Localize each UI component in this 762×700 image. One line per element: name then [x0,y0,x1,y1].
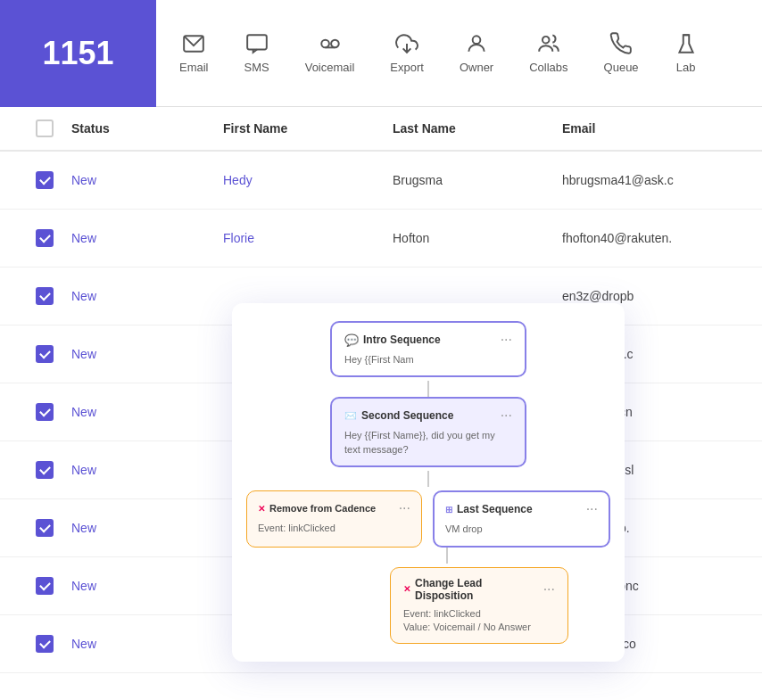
flow-node-remove-body: Event: linkClicked [258,522,410,535]
flow-node-second-title: ✉️ Second Sequence [344,409,453,422]
export-icon [395,32,418,55]
row-firstname-1[interactable]: Florie [223,231,393,245]
flow-node-second-header: ✉️ Second Sequence ··· [344,408,512,424]
node-menu-dots-4[interactable]: ··· [586,501,598,517]
row-status-0[interactable]: New [71,173,223,187]
voicemail-icon [319,32,342,55]
row-lastname-0: Brugsma [393,173,562,187]
table-row: New Florie Hofton fhofton40@rakuten. [0,210,762,268]
nav-sms[interactable]: SMS [230,0,284,106]
row-status-4[interactable]: New [71,405,223,419]
flow-node-last[interactable]: ⊞ Last Sequence ··· VM drop [433,490,610,547]
col-status: Status [71,121,223,136]
collabs-icon [537,32,560,55]
header-badge: 1151 [0,0,156,107]
row-status-6[interactable]: New [71,521,223,535]
row-checkbox-8[interactable] [18,635,71,653]
row-status-3[interactable]: New [71,347,223,361]
row-status-8[interactable]: New [71,637,223,651]
node-menu-dots-3[interactable]: ··· [399,500,410,516]
row-checkbox-5[interactable] [18,461,71,479]
svg-point-7 [543,37,550,44]
table-row: New Hedy Brugsma hbrugsma41@ask.c [0,152,762,210]
row-email-2: en3z@dropb [562,289,762,303]
flow-overlay-panel: 💬 Intro Sequence ··· Hey {{First Nam ✉️ … [232,303,625,662]
lab-icon [675,32,698,55]
row-checkbox-7[interactable] [18,577,71,595]
flow-node-change[interactable]: ✕ Change Lead Disposition ··· Event: lin… [390,567,568,645]
col-firstname: First Name [223,121,393,136]
nav-items: Email SMS Voicemail Export [156,0,721,106]
connector-line-3 [446,548,448,564]
col-email: Email [562,121,762,136]
row-checkbox-6[interactable] [18,519,71,537]
nav-queue[interactable]: Queue [590,0,653,106]
nav-owner[interactable]: Owner [445,0,508,106]
nav-export[interactable]: Export [376,0,438,106]
flow-node-remove[interactable]: ✕ Remove from Cadence ··· Event: linkCli… [246,490,422,547]
x-icon: ✕ [258,504,265,514]
row-checkbox-2[interactable] [18,287,71,305]
row-email-0: hbrugsma41@ask.c [562,173,762,187]
flow-node-second[interactable]: ✉️ Second Sequence ··· Hey {{First Name}… [330,397,526,467]
connector-line-2 [427,471,429,487]
row-email-1: fhofton40@rakuten. [562,231,762,245]
row-checkbox-1[interactable] [18,229,71,247]
mail-small-icon: ✉️ [344,410,357,422]
select-all-checkbox[interactable] [18,119,71,137]
queue-icon [609,32,633,55]
row-firstname-0[interactable]: Hedy [223,173,393,187]
row-status-7[interactable]: New [71,579,223,593]
node-menu-dots-2[interactable]: ··· [501,408,512,424]
svg-rect-1 [247,35,267,49]
x-icon-2: ✕ [403,584,410,594]
nav-lab[interactable]: Lab [660,0,712,106]
connector-line-1 [427,381,429,397]
flow-container: 💬 Intro Sequence ··· Hey {{First Nam ✉️ … [246,321,610,644]
flow-node-last-body: VM drop [445,523,598,536]
nav-collabs[interactable]: Collabs [515,0,582,106]
page-wrapper: 1151 Email SMS Voicemail [0,0,762,700]
flow-fork-row: ✕ Remove from Cadence ··· Event: linkCli… [246,490,610,547]
row-status-2[interactable]: New [71,289,223,303]
row-lastname-1: Hofton [393,231,562,245]
row-checkbox-0[interactable] [18,171,71,189]
flow-node-last-title: ⊞ Last Sequence [445,503,533,515]
row-checkbox-4[interactable] [18,403,71,421]
chat-bubble-icon: 💬 [344,334,359,347]
checkbox-header[interactable] [36,119,54,137]
flow-node-remove-title: ✕ Remove from Cadence [258,503,376,514]
nav-voicemail[interactable]: Voicemail [291,0,369,106]
row-status-5[interactable]: New [71,463,223,477]
node-menu-dots[interactable]: ··· [501,332,512,348]
header: 1151 Email SMS Voicemail [0,0,762,107]
table-header: Status First Name Last Name Email [0,107,762,152]
flow-node-intro-body: Hey {{First Nam [344,353,512,366]
flow-node-remove-header: ✕ Remove from Cadence ··· [258,500,410,516]
sms-icon [245,32,269,55]
email-icon [182,32,205,55]
row-checkbox-3[interactable] [18,345,71,363]
row-status-1[interactable]: New [71,231,223,245]
svg-point-3 [331,40,339,48]
nav-email[interactable]: Email [165,0,223,106]
flow-node-change-title: ✕ Change Lead Disposition [403,577,543,602]
flow-node-change-header: ✕ Change Lead Disposition ··· [403,577,555,602]
flow-node-last-header: ⊞ Last Sequence ··· [445,501,598,517]
flow-node-intro-header: 💬 Intro Sequence ··· [344,332,512,348]
flow-node-intro-title: 💬 Intro Sequence [344,334,441,347]
flow-node-intro[interactable]: 💬 Intro Sequence ··· Hey {{First Nam [330,321,526,377]
col-lastname: Last Name [393,121,562,136]
flow-node-change-body: Event: linkClicked Value: Voicemail / No… [403,607,555,635]
owner-icon [465,32,488,55]
flow-node-second-body: Hey {{First Name}}, did you get my text … [344,429,512,457]
svg-point-6 [473,36,481,44]
node-menu-dots-5[interactable]: ··· [543,581,555,597]
svg-point-2 [321,40,329,48]
fork-icon: ⊞ [445,505,452,515]
